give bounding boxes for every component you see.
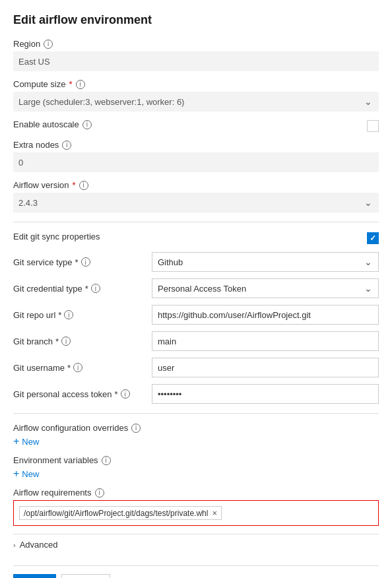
- git-service-select-wrapper: Github GitLab Bitbucket: [152, 252, 379, 272]
- airflow-config-plus-icon: +: [13, 435, 19, 447]
- compute-size-required: *: [69, 79, 72, 89]
- airflow-version-label: Airflow version * i: [13, 180, 379, 190]
- git-repo-info-icon[interactable]: i: [64, 310, 73, 319]
- apply-button[interactable]: Apply: [13, 574, 56, 578]
- git-token-info-icon[interactable]: i: [121, 389, 130, 399]
- git-credential-info-icon[interactable]: i: [91, 284, 100, 293]
- compute-size-group: Compute size * i Large (scheduler:3, web…: [13, 79, 379, 112]
- git-username-group: Git username * i: [13, 358, 379, 377]
- git-branch-required: *: [55, 337, 59, 346]
- git-repo-required: *: [58, 310, 61, 320]
- git-sync-checkbox[interactable]: [367, 232, 379, 244]
- airflow-config-new-link[interactable]: + New: [13, 435, 379, 447]
- region-value: East US: [13, 51, 379, 71]
- git-sync-label: Edit git sync properties: [13, 232, 100, 241]
- autoscale-info-icon[interactable]: i: [82, 120, 92, 129]
- git-username-info-icon[interactable]: i: [73, 363, 82, 372]
- env-variables-group: Environment variables i + New: [13, 455, 379, 480]
- autoscale-checkbox[interactable]: [367, 120, 379, 132]
- git-repo-url-input[interactable]: [152, 305, 379, 325]
- airflow-version-group: Airflow version * i 2.4.3: [13, 180, 379, 212]
- git-credential-type-label: Git credential type * i: [13, 284, 152, 294]
- airflow-requirements-info-icon[interactable]: i: [95, 488, 104, 498]
- compute-size-value: Large (scheduler:3, webserver:1, worker:…: [13, 92, 379, 112]
- git-username-required: *: [67, 363, 71, 373]
- airflow-config-label: Airflow configuration overrides i: [13, 423, 379, 433]
- divider-1: [13, 222, 379, 222]
- git-credential-select-wrapper: Personal Access Token SSH Key: [152, 278, 379, 298]
- autoscale-label: Enable autoscale i: [13, 119, 92, 129]
- env-variables-new-link[interactable]: + New: [13, 468, 379, 480]
- git-token-input-wrapper: [152, 384, 379, 404]
- git-service-info-icon[interactable]: i: [81, 257, 90, 267]
- env-variables-label: Environment variables i: [13, 455, 379, 465]
- env-variables-plus-icon: +: [13, 468, 19, 480]
- git-credential-type-select[interactable]: Personal Access Token SSH Key: [152, 278, 379, 298]
- git-credential-type-group: Git credential type * i Personal Access …: [13, 278, 379, 298]
- git-token-label: Git personal access token * i: [13, 389, 152, 399]
- git-username-input-wrapper: [152, 358, 379, 377]
- advanced-label: Advanced: [20, 540, 58, 550]
- airflow-version-required: *: [73, 180, 76, 190]
- git-repo-url-label: Git repo url * i: [13, 310, 152, 320]
- git-branch-info-icon[interactable]: i: [61, 337, 71, 346]
- airflow-requirements-box: /opt/airflow/git/AirflowProject.git/dags…: [13, 500, 379, 526]
- region-group: Region i East US: [13, 39, 379, 71]
- git-service-required: *: [75, 257, 79, 267]
- git-repo-url-input-wrapper: [152, 305, 379, 325]
- requirements-tag-text: /opt/airflow/git/AirflowProject.git/dags…: [24, 509, 208, 518]
- extra-nodes-info-icon[interactable]: i: [62, 141, 71, 150]
- footer-buttons: Apply Cancel: [13, 565, 379, 578]
- extra-nodes-value: 0: [13, 152, 379, 172]
- git-username-label: Git username * i: [13, 363, 152, 373]
- region-label: Region i: [13, 39, 379, 49]
- requirements-tag-close-icon[interactable]: ×: [212, 508, 217, 518]
- airflow-version-info-icon[interactable]: i: [79, 181, 88, 190]
- page-title: Edit airflow environment: [13, 13, 379, 27]
- git-service-type-label: Git service type * i: [13, 257, 152, 267]
- git-service-type-select[interactable]: Github GitLab Bitbucket: [152, 252, 379, 272]
- git-token-input[interactable]: [152, 384, 379, 404]
- git-branch-label: Git branch * i: [13, 337, 152, 346]
- git-branch-group: Git branch * i: [13, 331, 379, 351]
- extra-nodes-group: Extra nodes i 0: [13, 140, 379, 172]
- region-info-icon[interactable]: i: [44, 40, 53, 49]
- env-variables-info-icon[interactable]: i: [102, 456, 111, 465]
- airflow-requirements-label: Airflow requirements i: [13, 488, 379, 498]
- git-sync-group: Edit git sync properties: [13, 232, 379, 244]
- airflow-requirements-group: Airflow requirements i /opt/airflow/git/…: [13, 488, 379, 526]
- airflow-version-value: 2.4.3: [13, 193, 379, 212]
- git-token-required: *: [115, 389, 118, 399]
- git-token-group: Git personal access token * i: [13, 384, 379, 404]
- advanced-section[interactable]: › Advanced: [13, 534, 379, 555]
- git-repo-url-group: Git repo url * i: [13, 305, 379, 325]
- divider-2: [13, 413, 379, 414]
- advanced-chevron-icon: ›: [13, 541, 16, 549]
- extra-nodes-label: Extra nodes i: [13, 140, 379, 150]
- git-username-input[interactable]: [152, 358, 379, 377]
- git-service-type-value: Github GitLab Bitbucket: [152, 252, 379, 272]
- cancel-button[interactable]: Cancel: [61, 574, 110, 578]
- compute-size-info-icon[interactable]: i: [76, 80, 85, 89]
- git-branch-input[interactable]: [152, 331, 379, 351]
- autoscale-group: Enable autoscale i: [13, 119, 379, 132]
- git-branch-input-wrapper: [152, 331, 379, 351]
- git-service-type-group: Git service type * i Github GitLab Bitbu…: [13, 252, 379, 272]
- git-credential-type-value: Personal Access Token SSH Key: [152, 278, 379, 298]
- airflow-config-info-icon[interactable]: i: [131, 424, 141, 433]
- git-credential-required: *: [85, 284, 88, 294]
- requirements-tag: /opt/airflow/git/AirflowProject.git/dags…: [19, 506, 222, 520]
- compute-size-label: Compute size * i: [13, 79, 379, 89]
- airflow-config-group: Airflow configuration overrides i + New: [13, 423, 379, 447]
